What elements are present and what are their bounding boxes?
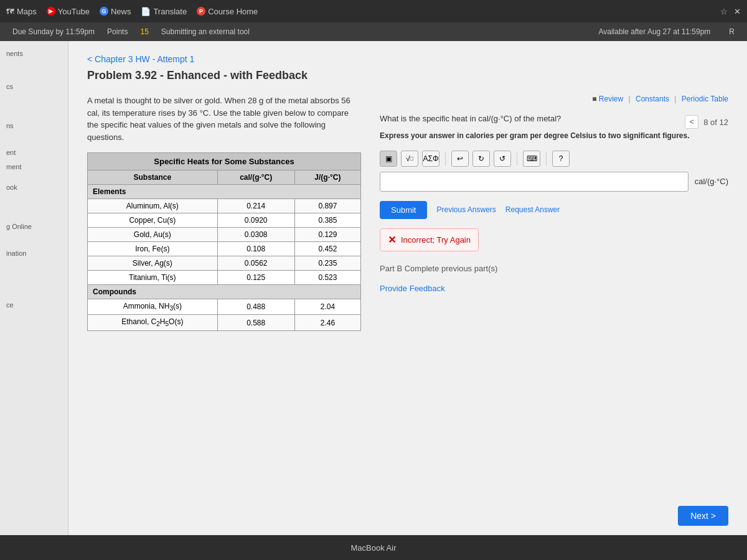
cal-aluminum: 0.214 [217, 199, 294, 213]
table-row: Copper, Cu(s) 0.0920 0.385 [88, 213, 361, 228]
substance-ethanol: Ethanol, C2H5O(s) [88, 315, 218, 330]
help-btn[interactable]: ? [552, 151, 570, 167]
sidebar-item-ook[interactable]: ook [3, 181, 65, 194]
constants-link[interactable]: Constants [636, 95, 669, 103]
question-subtext: Express your answer in calories per gram… [380, 130, 728, 141]
bottom-bar: MacBook Air [0, 535, 747, 560]
table-main-header: Specific Heats for Some Substances [88, 153, 361, 170]
col-substance: Substance [88, 170, 218, 185]
news-icon: G [100, 7, 108, 16]
sidebar: nents cs ns ent ment ook g Online inatio… [0, 41, 68, 535]
cal-iron: 0.108 [217, 242, 294, 256]
greek-btn[interactable]: ΑΣΦ [422, 151, 439, 167]
substance-aluminum: Aluminum, Al(s) [88, 199, 218, 213]
review-link[interactable]: Review [599, 95, 623, 103]
answer-input[interactable] [380, 172, 688, 192]
substance-titanium: Titanium, Ti(s) [88, 271, 218, 285]
review-icon: ■ [592, 95, 596, 103]
part-b-text: Part B Complete previous part(s) [380, 264, 728, 273]
problem-text: A metal is thought to be silver or gold.… [87, 95, 361, 143]
youtube-icon: ▶ [47, 7, 55, 16]
error-icon: ✕ [388, 234, 396, 246]
translate-label: Translate [153, 7, 187, 16]
refresh-btn[interactable]: ↺ [494, 151, 511, 167]
feedback-link[interactable]: Provide Feedback [380, 284, 445, 293]
star-icon: ☆ [720, 7, 728, 16]
buttons-row: Submit Previous Answers Request Answer [380, 201, 728, 219]
maps-nav[interactable]: 🗺 Maps [6, 7, 37, 16]
joule-iron: 0.452 [294, 242, 360, 256]
answer-unit: cal/(g·°C) [695, 177, 728, 186]
substance-ammonia: Ammonia, NH3(s) [88, 299, 218, 315]
table-row: Iron, Fe(s) 0.108 0.452 [88, 242, 361, 256]
due-label: Due Sunday by 11:59pm [12, 27, 95, 36]
question-text: What is the specific heat in cal/(g·°C) … [380, 113, 728, 125]
joule-ethanol: 2.46 [294, 315, 360, 330]
submit-button[interactable]: Submit [380, 201, 427, 219]
chapter-link[interactable]: < Chapter 3 HW - Attempt 1 [87, 54, 194, 64]
periodic-table-link[interactable]: Periodic Table [682, 95, 728, 103]
table-row: Ammonia, NH3(s) 0.488 2.04 [88, 299, 361, 315]
translate-nav[interactable]: 📄 Translate [141, 7, 187, 16]
cal-ethanol: 0.588 [217, 315, 294, 330]
table-row: Silver, Ag(s) 0.0562 0.235 [88, 256, 361, 271]
cal-ammonia: 0.488 [217, 299, 294, 315]
course-home-nav[interactable]: P Course Home [197, 7, 258, 16]
menu-icon: ✕ [734, 7, 741, 16]
news-label: News [111, 7, 131, 16]
table-row: Ethanol, C2H5O(s) 0.588 2.46 [88, 315, 361, 330]
previous-answers-link[interactable]: Previous Answers [436, 205, 496, 214]
main-content: nents cs ns ent ment ook g Online inatio… [0, 41, 747, 535]
problem-title: Problem 3.92 - Enhanced - with Feedback [87, 69, 728, 82]
sqrt-btn[interactable]: √□ [401, 151, 418, 167]
error-message: Incorrect; Try Again [401, 235, 471, 245]
input-toolbar: ▣ √□ ΑΣΦ ↩ ↻ ↺ ⌨ ? [380, 151, 728, 167]
answer-row: cal/(g·°C) [380, 172, 728, 192]
request-answer-link[interactable]: Request Answer [505, 205, 560, 214]
toolbar-separator-3 [546, 152, 547, 166]
cal-copper: 0.0920 [217, 213, 294, 228]
table-row: Titanium, Ti(s) 0.125 0.523 [88, 271, 361, 285]
sidebar-item-gonline[interactable]: g Online [3, 220, 65, 233]
toolbar-separator-2 [517, 152, 517, 166]
sidebar-item-ce[interactable]: ce [3, 299, 65, 311]
submitting-label: Submitting an external tool [161, 27, 250, 36]
keyboard-btn[interactable]: ⌨ [523, 151, 540, 167]
map-icon: 🗺 [6, 7, 14, 16]
header-bar: Due Sunday by 11:59pm Points 15 Submitti… [0, 22, 747, 41]
joule-ammonia: 2.04 [294, 299, 360, 315]
problem-container: A metal is thought to be silver or gold.… [87, 95, 728, 331]
course-icon: P [197, 7, 205, 16]
sidebar-item-ment[interactable]: ment [3, 161, 65, 173]
news-nav[interactable]: G News [100, 7, 131, 16]
course-home-label: Course Home [208, 7, 258, 16]
substance-copper: Copper, Cu(s) [88, 213, 218, 228]
joule-gold: 0.129 [294, 228, 360, 242]
cal-gold: 0.0308 [217, 228, 294, 242]
cal-silver: 0.0562 [217, 256, 294, 271]
undo-btn[interactable]: ↩ [451, 151, 469, 167]
toolbar-separator [445, 152, 446, 166]
youtube-nav[interactable]: ▶ YouTube [47, 7, 90, 16]
maps-label: Maps [17, 7, 37, 16]
right-section: ■ Review | Constants | Periodic Table Wh… [380, 95, 728, 331]
sidebar-item-ination[interactable]: ination [3, 247, 65, 259]
substance-gold: Gold, Au(s) [88, 228, 218, 242]
sidebar-item-cs[interactable]: cs [3, 80, 65, 93]
joule-silver: 0.235 [294, 256, 360, 271]
sidebar-item-ns[interactable]: ns [3, 119, 65, 132]
r-icon: R [729, 27, 735, 36]
matrix-btn[interactable]: ▣ [380, 151, 397, 167]
sidebar-item-ent[interactable]: ent [3, 146, 65, 159]
prev-page-button[interactable]: < [685, 115, 698, 129]
table-row: Aluminum, Al(s) 0.214 0.897 [88, 199, 361, 213]
page-counter: < 8 of 12 [685, 115, 728, 129]
translate-icon: 📄 [141, 7, 151, 16]
redo-btn[interactable]: ↻ [472, 151, 490, 167]
next-button[interactable]: Next > [678, 506, 728, 526]
youtube-label: YouTube [58, 7, 90, 16]
table-row: Gold, Au(s) 0.0308 0.129 [88, 228, 361, 242]
sidebar-item-nents[interactable]: nents [3, 47, 65, 60]
joule-titanium: 0.523 [294, 271, 360, 285]
cal-titanium: 0.125 [217, 271, 294, 285]
